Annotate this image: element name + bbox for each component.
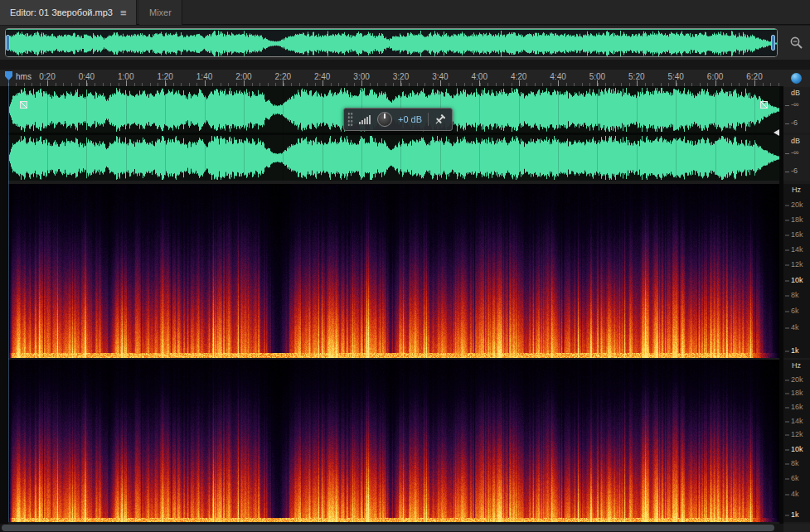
hz-tick-label: 10k <box>791 277 803 284</box>
hz-tick-label: 6k <box>791 307 799 315</box>
fade-in-handle[interactable] <box>20 101 27 109</box>
db-tick-label: -6 <box>791 119 798 127</box>
hud-separator <box>428 113 429 126</box>
timeline-tick-mark <box>479 80 480 86</box>
hz-scale-right[interactable]: Hz20k18k16k14k12k10k8k6k4k1k <box>783 360 810 522</box>
hz-tick-label: 12k <box>791 431 803 438</box>
waveform-right-channel[interactable] <box>8 135 779 181</box>
horizontal-scrollbar[interactable] <box>0 524 783 532</box>
tab-editor[interactable]: Editor: 01 Зверобой.mp3 ≡ <box>0 0 137 25</box>
navigator-left-handle[interactable] <box>6 35 10 51</box>
timeline-tick-mark <box>637 80 638 86</box>
timeline-tick-mark <box>86 80 87 86</box>
playhead-line <box>8 80 9 522</box>
hz-tick-label: 20k <box>791 376 803 384</box>
panel-menu-icon[interactable]: ≡ <box>120 7 127 18</box>
navigator-viewport[interactable] <box>5 28 778 57</box>
waveform-display[interactable] <box>8 87 779 181</box>
navigator-zoom-cell <box>783 26 810 60</box>
spectrogram-left-channel[interactable] <box>8 184 779 358</box>
timeline-tick-mark <box>283 80 284 86</box>
timeline-tick-mark <box>597 80 598 86</box>
timeline-ruler[interactable]: hms 0:200:401:001:201:402:002:202:403:00… <box>0 70 783 87</box>
timeline-tick-mark <box>361 80 362 86</box>
hz-tick-label: 18k <box>791 216 803 224</box>
timeline-tick-mark <box>676 80 677 86</box>
hz-tick-label: 14k <box>791 418 803 425</box>
audition-editor-window: Editor: 01 Зверобой.mp3 ≡ Mixer hms 0:20… <box>0 0 810 532</box>
scrollbar-corner <box>783 524 810 532</box>
hz-tick-label: 4k <box>791 324 799 331</box>
timeline-tick-mark <box>47 80 48 86</box>
hz-scale-left[interactable]: Hz20k18k16k14k12k10k8k6k4k1k <box>783 184 810 358</box>
tab-editor-label: Editor: 01 Зверобой.mp3 <box>10 7 113 17</box>
timeline-tick-mark <box>715 80 716 86</box>
pin-icon[interactable] <box>434 114 445 125</box>
tab-mixer-label: Mixer <box>149 7 172 17</box>
db-unit-label: dB <box>791 138 800 145</box>
zoom-navigator <box>0 26 783 60</box>
timeline-tick-mark <box>244 80 245 86</box>
db-scale-left[interactable]: dB-∞-6 <box>783 87 810 133</box>
hz-tick-label: 16k <box>791 404 803 411</box>
timeline-tick-mark <box>558 80 559 86</box>
timeline-tick-mark <box>165 80 166 86</box>
hz-unit-label: Hz <box>792 186 801 194</box>
hz-tick-label: 14k <box>791 246 803 254</box>
db-scale-right[interactable]: dB-∞-6 <box>783 135 810 181</box>
hz-tick-label: 1k <box>791 347 799 355</box>
db-unit-label: dB <box>791 89 800 97</box>
gain-hud[interactable]: +0 dB <box>343 108 453 131</box>
hz-tick-label: 16k <box>791 231 803 239</box>
timeline-tick-mark <box>440 80 441 86</box>
hz-tick-label: 10k <box>791 446 803 453</box>
hz-tick-label: 12k <box>791 261 803 268</box>
tab-mixer[interactable]: Mixer <box>139 0 182 25</box>
timeline-tick-mark <box>323 80 323 86</box>
overview-waveform-canvas <box>6 29 777 57</box>
panel-tab-bar: Editor: 01 Зверобой.mp3 ≡ Mixer <box>0 0 810 25</box>
hud-drag-handle[interactable] <box>347 112 353 127</box>
db-tick-label: -∞ <box>791 149 798 157</box>
fade-out-handle[interactable] <box>760 101 768 109</box>
db-tick-label: -∞ <box>791 101 798 109</box>
timeline-tick-mark <box>126 80 127 86</box>
spectrogram-right-channel[interactable] <box>8 360 779 522</box>
timeline-tick-mark <box>519 80 520 86</box>
track-left-gutter <box>0 87 8 524</box>
hz-tick-label: 8k <box>791 460 799 467</box>
timeline-tick-mark <box>400 80 401 86</box>
hz-tick-label: 18k <box>791 389 803 397</box>
timeline-tick-mark <box>205 80 206 86</box>
gain-value[interactable]: +0 dB <box>398 114 422 124</box>
navigator-right-handle[interactable] <box>771 35 775 51</box>
hz-tick-label: 4k <box>791 491 799 498</box>
panel-divider <box>0 60 810 70</box>
hz-tick-label: 1k <box>791 511 799 519</box>
hz-tick-label: 6k <box>791 475 799 482</box>
level-meter-icon <box>359 114 371 124</box>
hz-tick-label: 20k <box>791 201 803 209</box>
headphones-icon[interactable] <box>791 73 802 84</box>
amplitude-scale-arrow[interactable] <box>774 129 779 136</box>
zoom-navigator-icon[interactable] <box>789 36 804 51</box>
timeline-unit-label: hms <box>16 72 32 81</box>
hz-unit-label: Hz <box>792 362 801 370</box>
scrollbar-thumb[interactable] <box>2 525 774 531</box>
db-tick-label: -6 <box>791 167 798 175</box>
hz-tick-label: 8k <box>791 292 799 299</box>
gain-knob[interactable] <box>377 112 392 127</box>
timeline-tick-mark <box>754 80 755 86</box>
timeline-minor-ticks <box>8 83 781 86</box>
